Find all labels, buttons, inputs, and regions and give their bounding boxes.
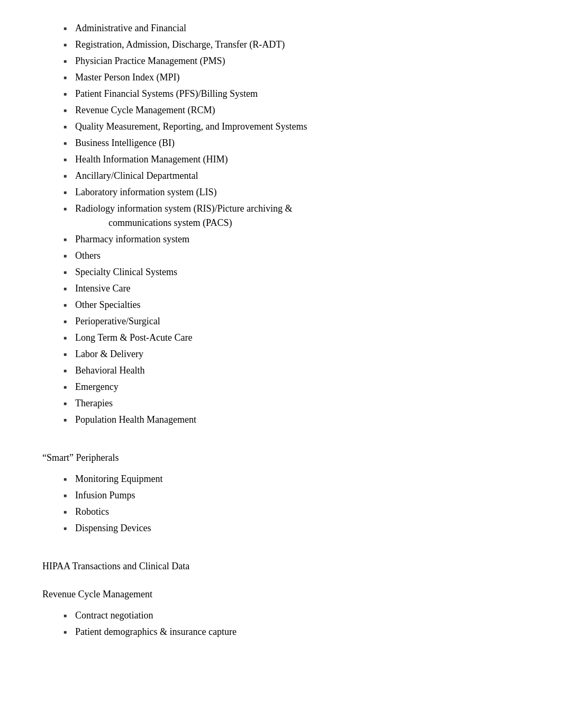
list-item: ■ Health Information Management (HIM): [64, 152, 520, 167]
item-text: Labor & Delivery: [75, 347, 520, 361]
list-item: ■ Pharmacy information system: [64, 232, 520, 247]
item-text: Population Health Management: [75, 413, 520, 427]
bullet-icon: ■: [64, 106, 67, 114]
bullet-icon: ■: [64, 383, 67, 391]
item-text: Robotics: [75, 505, 520, 519]
bullet-icon: ■: [64, 156, 67, 163]
bullet-icon: ■: [64, 367, 67, 375]
list-item: ■ Labor & Delivery: [64, 347, 520, 361]
bullet-icon: ■: [64, 188, 67, 196]
list-item: ■ Monitoring Equipment: [64, 472, 520, 486]
item-text: Health Information Management (HIM): [75, 152, 520, 167]
item-text: Specialty Clinical Systems: [75, 265, 520, 279]
bullet-icon: ■: [64, 508, 67, 516]
item-text: Quality Measurement, Reporting, and Impr…: [75, 120, 520, 134]
item-text: Others: [75, 249, 520, 263]
list-item: ■ Radiology information system (RIS)/Pic…: [64, 202, 520, 230]
item-text: Business Intelligence (BI): [75, 136, 520, 150]
list-item: ■ Ancillary/Clinical Departmental: [64, 169, 520, 183]
page-content: ■ Administrative and Financial ■ Registr…: [42, 21, 520, 639]
list-item: ■ Emergency: [64, 380, 520, 394]
bullet-icon: ■: [64, 475, 67, 483]
bullet-icon: ■: [64, 334, 67, 342]
bullet-icon: ■: [64, 90, 67, 98]
bullet-icon: ■: [64, 301, 67, 309]
item-text: Master Person Index (MPI): [75, 70, 520, 85]
revenue-cycle-list: ■ Contract negotiation ■ Patient demogra…: [42, 608, 520, 639]
item-text: Laboratory information system (LIS): [75, 185, 520, 199]
revenue-cycle-heading: Revenue Cycle Management: [42, 589, 520, 600]
bullet-icon: ■: [64, 416, 67, 424]
smart-peripherals-section: “Smart” Peripherals ■ Monitoring Equipme…: [42, 452, 520, 535]
hipaa-heading: HIPAA Transactions and Clinical Data: [42, 561, 520, 572]
item-text: Emergency: [75, 380, 520, 394]
smart-peripherals-list: ■ Monitoring Equipment ■ Infusion Pumps …: [42, 472, 520, 535]
bullet-icon: ■: [64, 41, 67, 49]
bullet-icon: ■: [64, 24, 67, 32]
item-text: Other Specialties: [75, 298, 520, 312]
list-item: ■ Other Specialties: [64, 298, 520, 312]
bullet-icon: ■: [64, 492, 67, 499]
item-text: Dispensing Devices: [75, 521, 520, 535]
item-text: Perioperative/Surgical: [75, 314, 520, 329]
item-text: Revenue Cycle Management (RCM): [75, 103, 520, 117]
item-text: Ancillary/Clinical Departmental: [75, 169, 520, 183]
bullet-icon: ■: [64, 57, 67, 65]
item-text: Pharmacy information system: [75, 232, 520, 247]
bullet-icon: ■: [64, 235, 67, 243]
bullet-icon: ■: [64, 74, 67, 81]
hipaa-section: HIPAA Transactions and Clinical Data: [42, 561, 520, 572]
list-item: ■ Master Person Index (MPI): [64, 70, 520, 85]
bullet-icon: ■: [64, 399, 67, 407]
item-text: Patient Financial Systems (PFS)/Billing …: [75, 87, 520, 101]
bullet-icon: ■: [64, 612, 67, 620]
list-item: ■ Laboratory information system (LIS): [64, 185, 520, 199]
list-item: ■ Administrative and Financial: [64, 21, 520, 35]
list-item: ■ Physician Practice Management (PMS): [64, 54, 520, 68]
item-text: Patient demographics & insurance capture: [75, 625, 520, 639]
bullet-icon: ■: [64, 205, 67, 213]
bullet-icon: ■: [64, 285, 67, 293]
list-item: ■ Contract negotiation: [64, 608, 520, 623]
bullet-icon: ■: [64, 172, 67, 180]
revenue-cycle-section: Revenue Cycle Management ■ Contract nego…: [42, 589, 520, 639]
list-item: ■ Long Term & Post-Acute Care: [64, 331, 520, 345]
smart-peripherals-heading: “Smart” Peripherals: [42, 452, 520, 463]
main-list-section: ■ Administrative and Financial ■ Registr…: [42, 21, 520, 427]
list-item: ■ Revenue Cycle Management (RCM): [64, 103, 520, 117]
bullet-icon: ■: [64, 139, 67, 147]
bullet-icon: ■: [64, 268, 67, 276]
item-text: Therapies: [75, 396, 520, 411]
list-item: ■ Behavioral Health: [64, 363, 520, 378]
item-text: Administrative and Financial: [75, 21, 520, 35]
bullet-icon: ■: [64, 123, 67, 131]
bullet-icon: ■: [64, 252, 67, 260]
bullet-icon: ■: [64, 524, 67, 532]
bullet-icon: ■: [64, 350, 67, 358]
item-text: Intensive Care: [75, 281, 520, 296]
list-item: ■ Quality Measurement, Reporting, and Im…: [64, 120, 520, 134]
list-item: ■ Robotics: [64, 505, 520, 519]
list-item: ■ Patient demographics & insurance captu…: [64, 625, 520, 639]
item-text: Physician Practice Management (PMS): [75, 54, 520, 68]
list-item: ■ Perioperative/Surgical: [64, 314, 520, 329]
list-item: ■ Population Health Management: [64, 413, 520, 427]
list-item: ■ Others: [64, 249, 520, 263]
item-text: Monitoring Equipment: [75, 472, 520, 486]
list-item: ■ Infusion Pumps: [64, 488, 520, 503]
list-item: ■ Patient Financial Systems (PFS)/Billin…: [64, 87, 520, 101]
list-item: ■ Registration, Admission, Discharge, Tr…: [64, 38, 520, 52]
list-item: ■ Therapies: [64, 396, 520, 411]
item-text: Registration, Admission, Discharge, Tran…: [75, 38, 520, 52]
list-item: ■ Specialty Clinical Systems: [64, 265, 520, 279]
item-text: Behavioral Health: [75, 363, 520, 378]
list-item: ■ Dispensing Devices: [64, 521, 520, 535]
item-text: Infusion Pumps: [75, 488, 520, 503]
bullet-icon: ■: [64, 317, 67, 325]
list-item: ■ Intensive Care: [64, 281, 520, 296]
item-text: Long Term & Post-Acute Care: [75, 331, 520, 345]
item-text: Contract negotiation: [75, 608, 520, 623]
item-text: Radiology information system (RIS)/Pictu…: [75, 202, 520, 230]
list-item: ■ Business Intelligence (BI): [64, 136, 520, 150]
main-bullet-list: ■ Administrative and Financial ■ Registr…: [42, 21, 520, 427]
